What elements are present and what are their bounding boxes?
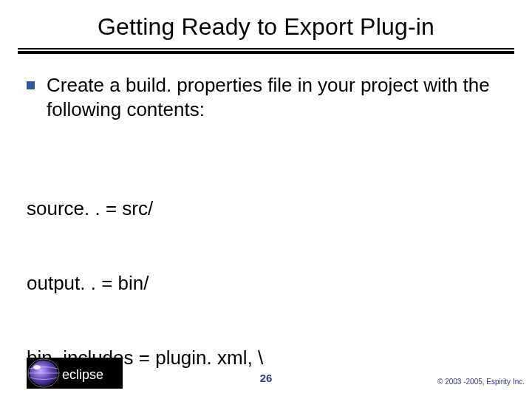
code-line: output. . = bin/ — [27, 271, 505, 296]
code-line: source. . = src/ — [27, 197, 505, 222]
slide-title: Getting Ready to Export Plug-in — [0, 0, 532, 48]
square-bullet-icon — [27, 81, 35, 89]
bullet-text: Create a build. properties file in your … — [47, 73, 505, 121]
slide-footer: eclipse 26 © 2003 -2005, Espirity Inc. — [0, 352, 532, 389]
logo-text: eclipse — [62, 367, 103, 382]
copyright-text: © 2003 -2005, Espirity Inc. — [437, 378, 525, 386]
title-rule-thin — [18, 48, 514, 50]
svg-point-3 — [33, 365, 41, 369]
page-number: 26 — [260, 372, 273, 384]
bullet-item: Create a build. properties file in your … — [27, 73, 505, 121]
slide: Getting Ready to Export Plug-in Create a… — [0, 0, 532, 399]
slide-body: Create a build. properties file in your … — [0, 54, 532, 399]
eclipse-logo: eclipse — [27, 358, 123, 389]
